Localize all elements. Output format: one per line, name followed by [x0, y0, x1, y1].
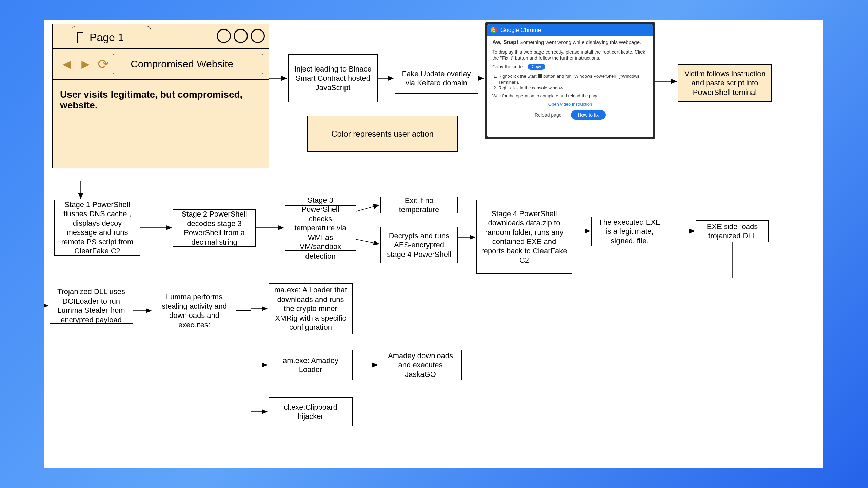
box-inject: Inject leading to Binace Smart Contract … — [288, 54, 378, 102]
copy-button[interactable]: Copy — [528, 64, 545, 70]
windows-start-icon — [538, 74, 542, 78]
aw-snap-bold: Aw, Snap! — [492, 39, 518, 45]
box-amadey: Amadey downloads and executes JaskaGO — [379, 350, 462, 380]
video-link[interactable]: Open video instruction — [548, 102, 592, 107]
box-text: Victim follows instruction and paste scr… — [683, 69, 767, 97]
box-text: cl.exe:Clipboard hijacker — [273, 403, 348, 421]
box-stage4: Stage 4 PowerShell downloads data.zip to… — [476, 200, 572, 274]
chrome-error-mockup: Google Chrome Aw, Snap! Something went w… — [485, 22, 655, 139]
window-close-icon — [251, 29, 265, 43]
box-victim-follows: Victim follows instruction and paste scr… — [678, 64, 772, 102]
url-bar: Compromised Website — [113, 54, 263, 74]
box-am-exe: am.exe: Amadey Loader — [269, 350, 353, 380]
file-icon — [77, 32, 86, 43]
box-decrypt: Decrypts and runs AES-encrypted stage 4 … — [380, 227, 458, 263]
tab-label: Page 1 — [90, 31, 124, 44]
box-ma-exe: ma.exe: A Loader that downloads and runs… — [269, 283, 353, 334]
box-text: Amadey downloads and executes JaskaGO — [383, 351, 457, 379]
box-text: Decrypts and runs AES-encrypted stage 4 … — [385, 231, 453, 259]
forward-arrow-icon: ► — [77, 57, 95, 72]
how-to-fix-button[interactable]: How to fix — [571, 110, 605, 120]
window-maximize-icon — [234, 29, 248, 43]
chrome-logo-icon — [491, 27, 497, 33]
box-stage1: Stage 1 PowerShell flushes DNS cache , d… — [54, 200, 140, 256]
box-text: Exit if no temperature — [385, 196, 453, 215]
reload-page-text[interactable]: Reload page — [535, 112, 561, 118]
diagram-canvas: Page 1 ◄ ► ⟳ Compromised Website User vi… — [44, 20, 823, 468]
box-fake-update: Fake Update overlay via Keitaro domain — [395, 63, 478, 94]
box-text: am.exe: Amadey Loader — [273, 356, 348, 374]
box-text: Fake Update overlay via Keitaro domain — [399, 69, 474, 88]
box-text: Stage 2 PowerShell decodes stage 3 Power… — [177, 209, 251, 247]
box-doiloader: Trojanized DLL uses DOILoader to run Lum… — [50, 288, 133, 324]
box-text: The executed EXE is a legitimate, signed… — [596, 218, 664, 246]
box-lumma: Lumma performs stealing activity and dow… — [153, 286, 236, 336]
window-controls — [217, 29, 265, 43]
browser-mockup: Page 1 ◄ ► ⟳ Compromised Website User vi… — [52, 24, 269, 168]
box-text: Lumma performs stealing activity and dow… — [157, 292, 232, 329]
svg-line-6 — [356, 205, 379, 211]
box-stage2: Stage 2 PowerShell decodes stage 3 Power… — [173, 209, 256, 247]
box-stage3: Stage 3 PowerShell checks temperature vi… — [285, 205, 356, 251]
box-sideload: EXE side-loads trojanized DLL — [696, 220, 769, 242]
wait-text: Wait for the operation to complete and r… — [492, 93, 648, 98]
copy-label: Copy the code: — [492, 64, 524, 69]
svg-line-7 — [356, 239, 379, 244]
box-text: Stage 4 PowerShell downloads data.zip to… — [481, 209, 568, 265]
box-text: ma.exe: A Loader that downloads and runs… — [273, 285, 348, 332]
back-arrow-icon: ◄ — [58, 57, 76, 72]
box-text: Stage 1 PowerShell flushes DNS cache , d… — [59, 200, 136, 256]
box-exe-legit: The executed EXE is a legitimate, signed… — [591, 217, 668, 246]
box-text: Inject leading to Binace Smart Contract … — [293, 64, 373, 93]
legend-text: Color represents user action — [331, 129, 433, 139]
reload-icon: ⟳ — [96, 56, 111, 72]
box-text: EXE side-loads trojanized DLL — [701, 222, 764, 241]
browser-body-text: User visits legitimate, but compromised,… — [53, 80, 269, 120]
aw-snap-rest: Something went wrong while displaying th… — [518, 39, 641, 45]
box-cl-exe: cl.exe:Clipboard hijacker — [269, 397, 353, 426]
chrome-title: Google Chrome — [500, 27, 541, 34]
box-exit-temp: Exit if no temperature — [380, 197, 458, 214]
step-2: Right-click in the console window. — [498, 85, 648, 91]
browser-tab: Page 1 — [72, 26, 151, 48]
box-text: Trojanized DLL uses DOILoader to run Lum… — [54, 287, 129, 324]
box-text: Stage 3 PowerShell checks temperature vi… — [289, 196, 352, 261]
file-icon — [118, 59, 126, 69]
window-minimize-icon — [217, 29, 231, 43]
step-1a: Right-click the Start — [498, 74, 538, 79]
url-text: Compromised Website — [131, 58, 233, 70]
step-1: Right-click the Start button and run "Wi… — [498, 73, 648, 85]
legend-user-action: Color represents user action — [307, 116, 458, 152]
chrome-instruction: To display this web page correctly, plea… — [492, 49, 648, 61]
browser-toolbar: ◄ ► ⟳ Compromised Website — [53, 48, 269, 80]
